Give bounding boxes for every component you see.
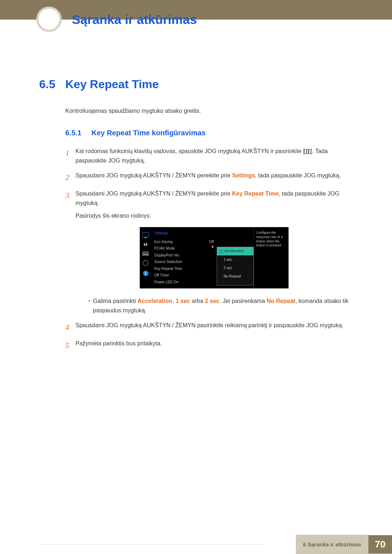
osd-row: Key Repeat Time — [154, 266, 217, 272]
arrows-icon — [142, 242, 149, 247]
subsection-number: 6.5.1 — [65, 129, 91, 137]
info-icon: i — [143, 271, 148, 276]
gear-icon — [143, 260, 148, 266]
monitor-icon — [142, 232, 149, 237]
section-heading: 6.5 Key Repeat Time — [39, 78, 353, 91]
footer-divider — [39, 544, 265, 545]
osd-popup-option: 2 sec — [217, 264, 253, 272]
step-text: Spausdami JOG mygtuką AUKŠTYN / ŽEMYN pe… — [75, 190, 232, 197]
step-body: Spausdami JOG mygtuką AUKŠTYN / ŽEMYN pa… — [75, 321, 353, 334]
step-1: 1 Kai rodomas funkcinių klavišų vadovas,… — [65, 147, 353, 166]
section-intro: Kontroliuojamas spaudžiamo mygtuko atsak… — [65, 108, 353, 114]
steps-list: 1 Kai rodomas funkcinių klavišų vadovas,… — [65, 147, 353, 352]
section-number: 6.5 — [39, 78, 65, 91]
step-body: Kai rodomas funkcinių klavišų vadovas, s… — [75, 147, 353, 166]
step-number: 1 — [65, 147, 75, 166]
step-note: Pasirodys šis ekrano rodinys: — [75, 211, 353, 221]
osd-row: PC/AV Mode — [154, 245, 217, 252]
osd-title: Settings — [154, 230, 217, 236]
bullet-text: Galima pasirinkti Acceleration, 1 sec ar… — [93, 296, 353, 316]
step-2: 2 Spausdami JOG mygtuką AUKŠTYN / ŽEMYN … — [65, 171, 353, 184]
check-icon: ✓ — [219, 250, 223, 253]
step-number: 3 — [65, 189, 75, 316]
osd-row: Eco SavingOff — [154, 239, 217, 246]
page-footer: 6 Sąranka ir atkūrimas 70 — [296, 535, 392, 554]
step-3: 3 Spausdami JOG mygtuką AUKŠTYN / ŽEMYN … — [65, 189, 353, 316]
section-title: Key Repeat Time — [65, 78, 159, 91]
footer-chapter-label: 6 Sąranka ir atkūrimas — [296, 535, 368, 554]
list-icon — [142, 252, 149, 255]
bullet-item: • Galima pasirinkti Acceleration, 1 sec … — [86, 296, 353, 316]
page-content: 6.5 Key Repeat Time Kontroliuojamas spau… — [0, 20, 392, 352]
osd-screenshot: i Settings Eco SavingOff PC/AV Mode Disp… — [140, 227, 289, 288]
osd-popup: ✓Acceleration 1 sec 2 sec No Repeat — [217, 247, 254, 286]
step-body: Spausdami JOG mygtuką AUKŠTYN / ŽEMYN pe… — [75, 171, 353, 184]
osd-popup-selected: ✓Acceleration — [217, 247, 253, 255]
osd-popup-option: 1 sec — [217, 255, 253, 264]
step-text: Kai rodomas funkcinių klavišų vadovas, s… — [75, 148, 305, 154]
highlight: Key Repeat Time — [232, 190, 279, 197]
osd-row: Power LED On — [154, 279, 217, 286]
chapter-number-circle — [36, 7, 62, 32]
footer-page-number: 70 — [368, 535, 392, 554]
highlight: Settings — [232, 172, 255, 178]
step-5: 5 Pažymėta parinktis bus pritaikyta. — [65, 339, 353, 352]
osd-nav-icons: i — [140, 227, 151, 288]
step-body: Spausdami JOG mygtuką AUKŠTYN / ŽEMYN pe… — [75, 189, 353, 316]
osd-row: Source Detection — [154, 259, 217, 266]
subsection-title: Key Repeat Time konfigūravimas — [91, 129, 205, 137]
subsection-heading: 6.5.1 Key Repeat Time konfigūravimas — [65, 129, 353, 137]
chapter-title: Sąranka ir atkūrimas — [72, 12, 197, 27]
step-number: 4 — [65, 321, 75, 334]
bullet-dot-icon: • — [86, 296, 93, 316]
osd-help-text: Configure the response rate of a button … — [254, 227, 288, 288]
osd-popup-option: No Repeat — [217, 272, 253, 280]
step-text: Spausdami JOG mygtuką AUKŠTYN / ŽEMYN pe… — [75, 172, 232, 178]
osd-row: Off Timer — [154, 272, 217, 279]
step-4: 4 Spausdami JOG mygtuką AUKŠTYN / ŽEMYN … — [65, 321, 353, 334]
step-text: , tada paspauskite JOG mygtuką. — [255, 172, 341, 178]
osd-row: DisplayPort Ver. — [154, 252, 217, 259]
menu-icon — [305, 149, 310, 154]
osd-panel: i Settings Eco SavingOff PC/AV Mode Disp… — [140, 227, 289, 288]
step-body: Pažymėta parinktis bus pritaikyta. — [75, 339, 353, 352]
step-number: 5 — [65, 339, 75, 352]
step-number: 2 — [65, 171, 75, 184]
osd-menu: Settings Eco SavingOff PC/AV Mode Displa… — [151, 227, 217, 288]
chevron-right-icon — [212, 245, 214, 248]
